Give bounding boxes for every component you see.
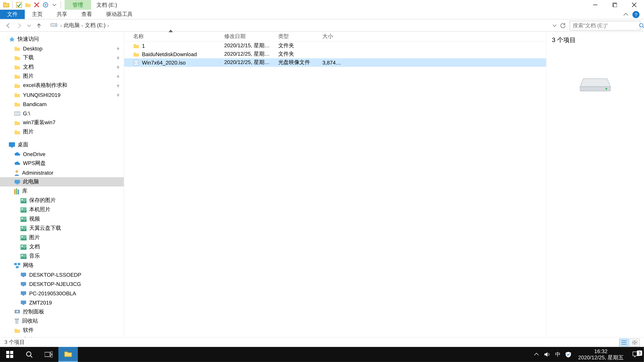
- sidebar-item[interactable]: Administrator: [0, 168, 124, 177]
- refresh-icon[interactable]: [560, 22, 566, 28]
- sidebar-item[interactable]: win7重装win7: [0, 118, 124, 127]
- column-name[interactable]: 名称: [124, 33, 221, 40]
- preview-pane: 3 个项目: [546, 32, 644, 347]
- svg-rect-15: [16, 188, 17, 194]
- ribbon-tab-file[interactable]: 文件: [0, 10, 25, 19]
- sidebar-item[interactable]: 回收站: [0, 317, 124, 326]
- tray-clock[interactable]: 16:322020/12/25, 星期五: [574, 348, 628, 361]
- sidebar-item[interactable]: 本机照片: [0, 205, 124, 214]
- sidebar-item[interactable]: YUNQISHI2019: [0, 90, 124, 99]
- search-input[interactable]: [573, 22, 639, 28]
- svg-point-20: [22, 208, 23, 210]
- search-box[interactable]: [570, 21, 640, 30]
- view-icons-button[interactable]: [630, 338, 640, 346]
- sidebar-item[interactable]: 文档: [0, 242, 124, 251]
- ribbon-tab-share[interactable]: 共享: [50, 10, 74, 19]
- maximize-button[interactable]: [605, 0, 624, 10]
- sidebar-item[interactable]: ZMT2019: [0, 298, 124, 307]
- sidebar-item[interactable]: WPS网盘: [0, 159, 124, 168]
- column-headers[interactable]: 名称 修改日期 类型 大小: [124, 32, 546, 41]
- search-icon[interactable]: [639, 23, 644, 28]
- tray-overflow-icon[interactable]: [531, 347, 542, 362]
- sidebar-item[interactable]: 控制面板: [0, 307, 124, 317]
- sidebar-desktop[interactable]: 桌面: [0, 140, 124, 149]
- sidebar-item[interactable]: 软件: [0, 326, 124, 335]
- sidebar-item[interactable]: 音乐: [0, 251, 124, 261]
- sidebar-item[interactable]: Bandicam: [0, 99, 124, 109]
- file-row[interactable]: BaiduNetdiskDownload2020/12/25, 星期五 1...…: [124, 50, 546, 58]
- file-list[interactable]: 名称 修改日期 类型 大小 12020/12/15, 星期二 1...文件夹Ba…: [124, 32, 546, 347]
- task-view-button[interactable]: [39, 347, 58, 362]
- sidebar-item[interactable]: 文档: [0, 62, 124, 71]
- sidebar-item[interactable]: 网络: [0, 261, 124, 270]
- tray-volume-icon[interactable]: [542, 347, 552, 362]
- sidebar-item[interactable]: 图片: [0, 71, 124, 81]
- sidebar-item[interactable]: 天翼云盘下载: [0, 224, 124, 233]
- notification-badge: 3: [637, 351, 642, 356]
- sidebar-item[interactable]: 下载: [0, 53, 124, 62]
- svg-point-2: [44, 4, 46, 6]
- taskbar[interactable]: 中 16:322020/12/25, 星期五 3: [0, 347, 644, 362]
- file-row[interactable]: Win7x64_2020.iso2020/12/25, 星期五 1...光盘映像…: [124, 58, 546, 67]
- navigation-pane[interactable]: 快速访问 Desktop下载文档图片excel表格制作求和YUNQISHI201…: [0, 32, 124, 347]
- ribbon-tab-home[interactable]: 主页: [25, 10, 50, 19]
- breadcrumb-drive[interactable]: 文档 (E:): [84, 21, 106, 30]
- sidebar-item[interactable]: Desktop: [0, 44, 124, 53]
- qat-new-folder-icon[interactable]: [24, 1, 31, 8]
- contextual-tab-manage[interactable]: 管理: [64, 0, 91, 10]
- svg-rect-53: [6, 351, 9, 354]
- help-icon[interactable]: ?: [632, 11, 640, 18]
- action-center-button[interactable]: 3: [628, 351, 644, 358]
- tray-ime-indicator[interactable]: 中: [552, 347, 563, 362]
- sidebar-item[interactable]: OneDrive: [0, 149, 124, 159]
- sidebar-item[interactable]: G:\: [0, 109, 124, 118]
- ribbon-tab-drive-tools[interactable]: 驱动器工具: [99, 10, 140, 19]
- sidebar-item[interactable]: 视频: [0, 214, 124, 224]
- qat-overflow-icon[interactable]: [51, 1, 58, 8]
- column-size[interactable]: 大小: [319, 33, 345, 40]
- nav-up-button[interactable]: [34, 21, 44, 30]
- window-title: 文档 (E:): [91, 1, 122, 9]
- sidebar-item[interactable]: 图片: [0, 233, 124, 242]
- ribbon-collapse-icon[interactable]: [624, 12, 628, 16]
- sidebar-item[interactable]: PC-20190530OBLA: [0, 289, 124, 298]
- ribbon-tab-view[interactable]: 查看: [74, 10, 99, 19]
- svg-rect-52: [635, 343, 637, 345]
- start-button[interactable]: [0, 347, 20, 362]
- sidebar-item[interactable]: excel表格制作求和: [0, 81, 124, 90]
- breadcrumb-dropdown-icon[interactable]: [553, 24, 556, 27]
- svg-rect-35: [22, 276, 24, 277]
- svg-point-6: [55, 24, 56, 25]
- sidebar-item[interactable]: DESKTOP-NJEU3CG: [0, 279, 124, 289]
- sidebar-item[interactable]: 库: [0, 187, 124, 196]
- column-type[interactable]: 类型: [275, 33, 319, 40]
- breadcrumb[interactable]: › 此电脑 › 文档 (E:) ›: [60, 21, 550, 30]
- sidebar-item[interactable]: 此电脑: [0, 177, 124, 186]
- pin-icon: [116, 65, 120, 69]
- file-row[interactable]: 12020/12/15, 星期二 1...文件夹: [124, 41, 546, 50]
- nav-back-button[interactable]: [4, 21, 12, 30]
- tray-security-icon[interactable]: [563, 347, 574, 362]
- qat-properties-icon[interactable]: [16, 1, 22, 8]
- close-button[interactable]: [624, 0, 644, 10]
- sidebar-item[interactable]: DESKTOP-LSSOEDP: [0, 270, 124, 279]
- svg-rect-56: [10, 355, 13, 358]
- qat-delete-icon[interactable]: [33, 1, 40, 8]
- minimize-button[interactable]: [586, 0, 605, 10]
- sidebar-quick-access[interactable]: 快速访问: [0, 34, 124, 44]
- breadcrumb-pc[interactable]: 此电脑: [63, 21, 80, 30]
- nav-forward-button[interactable]: [15, 21, 24, 30]
- svg-point-24: [22, 227, 23, 228]
- pin-icon: [116, 83, 120, 88]
- ribbon-tabs: 文件 主页 共享 查看 驱动器工具 ?: [0, 10, 644, 19]
- sidebar-item[interactable]: 图片: [0, 127, 124, 136]
- column-date[interactable]: 修改日期: [221, 33, 275, 40]
- svg-rect-41: [22, 304, 24, 305]
- nav-recent-icon[interactable]: [26, 21, 32, 30]
- sidebar-item[interactable]: 保存的图片: [0, 196, 124, 205]
- qat-settings-icon[interactable]: [42, 1, 49, 8]
- system-tray[interactable]: 中 16:322020/12/25, 星期五 3: [531, 347, 644, 362]
- taskbar-search-button[interactable]: [20, 347, 39, 362]
- taskbar-explorer-button[interactable]: [58, 347, 78, 362]
- view-details-button[interactable]: [619, 338, 629, 346]
